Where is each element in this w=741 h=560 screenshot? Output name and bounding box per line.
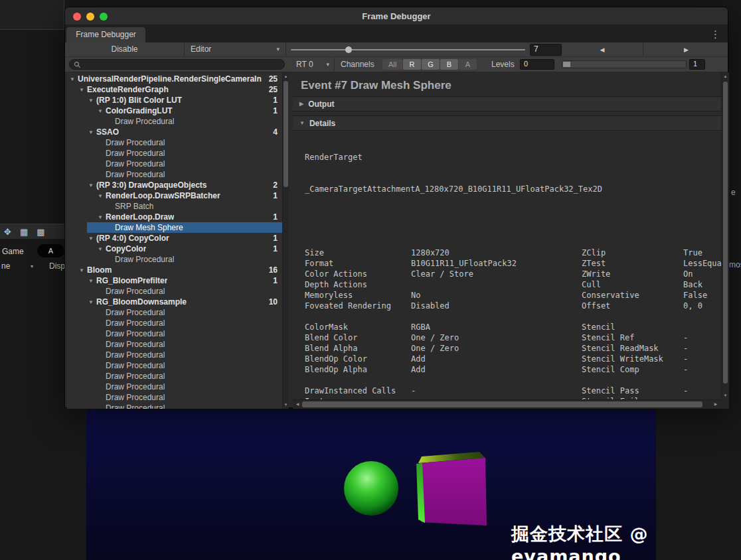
foldout-arrow-icon[interactable]: ▼ — [98, 193, 106, 199]
levels-slider-handle[interactable] — [563, 62, 570, 67]
channel-button-r[interactable]: R — [403, 59, 421, 70]
scroll-down-icon[interactable]: ▼ — [722, 392, 729, 399]
foldout-arrow-icon[interactable]: ▼ — [98, 108, 106, 114]
channel-button-b[interactable]: B — [440, 59, 458, 70]
foldout-open-icon[interactable]: ▼ — [299, 120, 305, 126]
tree-row[interactable]: Draw Procedural — [67, 254, 282, 265]
spacer — [305, 216, 721, 226]
tree-row[interactable]: ▼UniversalRenderPipeline.RenderSingleCam… — [67, 74, 282, 84]
scroll-down-icon[interactable]: ▼ — [283, 401, 289, 408]
frame-slider-knob[interactable] — [345, 46, 352, 53]
foldout-arrow-icon[interactable]: ▼ — [88, 278, 96, 284]
tree-row[interactable]: Draw Procedural — [67, 328, 282, 339]
foldout-arrow-icon[interactable]: ▼ — [79, 267, 87, 273]
tab-frame-debugger[interactable]: Frame Debugger — [66, 27, 145, 42]
render-target-dropdown[interactable]: RT 0 ▾ — [291, 57, 335, 72]
tilemap-tool-icon[interactable]: ▩ — [37, 227, 44, 237]
tree-row[interactable]: Draw Procedural — [67, 148, 282, 159]
tree-row[interactable]: Draw Mesh Sphere — [67, 222, 282, 233]
background-text-fragment: e — [731, 188, 736, 197]
levels-slider[interactable] — [562, 60, 687, 68]
levels-max-field[interactable]: 1 — [689, 59, 705, 70]
foldout-arrow-icon[interactable]: ▼ — [88, 129, 96, 135]
search-input[interactable] — [84, 60, 280, 68]
foldout-arrow-icon[interactable]: ▼ — [88, 98, 96, 104]
scroll-left-icon[interactable]: ◀ — [293, 400, 301, 409]
scroll-right-icon[interactable]: ▶ — [712, 400, 720, 409]
tree-row[interactable]: ▼(RP 4:0) CopyColor1 — [67, 233, 282, 244]
titlebar[interactable]: Frame Debugger — [65, 7, 728, 25]
frame-slider-track[interactable] — [291, 49, 525, 50]
tree-row-label: Draw Procedural — [106, 308, 165, 317]
target-dropdown[interactable]: Editor ▾ — [185, 42, 286, 57]
scene-tab-fragment[interactable]: ne — [1, 261, 10, 271]
foldout-arrow-icon[interactable]: ▼ — [88, 182, 96, 188]
scroll-up-icon[interactable]: ▲ — [722, 73, 729, 80]
foldout-arrow-icon[interactable]: ▼ — [98, 246, 106, 252]
tree-row[interactable]: ▼(RP 1:0) Blit Color LUT1 — [67, 95, 282, 105]
details-horizontal-scrollbar[interactable]: ◀ ▶ — [293, 399, 721, 409]
frame-number-field[interactable]: 7 — [530, 44, 562, 56]
grid-tool-icon[interactable]: ▦ — [20, 227, 28, 237]
tree-scrollbar-thumb[interactable] — [284, 81, 288, 187]
tree-row[interactable]: Draw Procedural — [67, 169, 282, 180]
details-scrollbar[interactable]: ▲ ▼ — [721, 72, 729, 399]
tree-row[interactable]: ▼SSAO4 — [67, 127, 282, 137]
tree-row[interactable]: SRP Batch — [67, 201, 282, 212]
tree-row[interactable]: Draw Procedural — [67, 360, 282, 371]
tree-row[interactable]: ▼RenderLoop.DrawSRPBatcher1 — [67, 190, 282, 201]
channel-button-all[interactable]: All — [382, 59, 402, 70]
tree-row[interactable]: Draw Procedural — [67, 137, 282, 148]
tree-row[interactable]: Draw Procedural — [67, 350, 282, 360]
detail-row: FormatB10G11R11_UFloatPack32ZTestLessEqu… — [305, 258, 721, 269]
output-section-header[interactable]: ▶ Output — [293, 96, 721, 111]
tree-row[interactable]: Draw Procedural — [67, 286, 282, 297]
tree-row[interactable]: Draw Procedural — [67, 382, 282, 392]
tree-row[interactable]: Draw Procedural — [67, 307, 282, 318]
foldout-arrow-icon[interactable]: ▼ — [98, 214, 106, 220]
display-dropdown-fragment[interactable]: Disp — [49, 261, 65, 271]
next-event-button[interactable]: ▶ — [643, 42, 729, 57]
previous-event-button[interactable]: ◀ — [562, 42, 643, 57]
tree-row[interactable]: ▼ColorGradingLUT1 — [67, 105, 282, 116]
game-tab[interactable]: Game — [2, 247, 24, 256]
horizontal-scrollbar-thumb[interactable] — [302, 401, 702, 407]
foldout-arrow-icon[interactable]: ▼ — [79, 87, 87, 93]
tree-row[interactable]: Draw Procedural — [67, 403, 282, 409]
tree-row[interactable]: Draw Procedural — [67, 159, 282, 169]
detail-value: LessEqual — [683, 258, 721, 269]
search-field[interactable] — [69, 59, 285, 70]
move-tool-icon[interactable]: ✥ — [4, 227, 11, 237]
event-tree: ▼UniversalRenderPipeline.RenderSingleCam… — [67, 72, 282, 409]
foldout-closed-icon[interactable]: ▶ — [299, 101, 303, 107]
tree-row[interactable]: Draw Procedural — [67, 371, 282, 382]
tree-row[interactable]: Draw Procedural — [67, 116, 282, 127]
channel-button-g[interactable]: G — [422, 59, 440, 70]
tree-row[interactable]: Draw Procedural — [67, 318, 282, 328]
tree-row[interactable]: ▼RG_BloomDownsample10 — [67, 297, 282, 307]
channel-button-a[interactable]: A — [459, 59, 477, 70]
tree-scrollbar[interactable]: ▲ ▼ — [282, 72, 289, 409]
details-scrollbar-thumb[interactable] — [723, 82, 728, 384]
kebab-menu-icon[interactable]: ⋮ — [710, 27, 720, 41]
tree-row[interactable]: ▼CopyColor1 — [67, 244, 282, 254]
foldout-arrow-icon[interactable]: ▼ — [70, 76, 78, 82]
detail-value: 0, 0 — [683, 301, 721, 311]
tree-row[interactable]: ▼ExecuteRenderGraph25 — [67, 84, 282, 95]
tree-row[interactable]: Draw Procedural — [67, 392, 282, 403]
tree-row[interactable]: Draw Procedural — [67, 339, 282, 350]
tree-row[interactable]: ▼(RP 3:0) DrawOpaqueObjects2 — [67, 180, 282, 190]
aspect-badge[interactable]: A — [37, 244, 64, 257]
levels-min-field[interactable]: 0 — [520, 59, 554, 70]
frame-slider[interactable] — [291, 42, 528, 57]
detail-label: ZClip — [582, 247, 683, 258]
disable-button[interactable]: Disable — [65, 42, 185, 57]
tree-row[interactable]: ▼Bloom16 — [67, 265, 282, 275]
foldout-arrow-icon[interactable]: ▼ — [88, 236, 96, 242]
scroll-up-icon[interactable]: ▲ — [283, 73, 289, 80]
details-section-header[interactable]: ▼ Details — [293, 115, 721, 131]
tree-row[interactable]: ▼RG_BloomPrefilter1 — [67, 275, 282, 286]
foldout-arrow-icon[interactable]: ▼ — [88, 299, 96, 305]
tree-row[interactable]: ▼RenderLoop.Draw1 — [67, 212, 282, 222]
detail-row: MemorylessNoConservativeFalse — [305, 290, 721, 301]
